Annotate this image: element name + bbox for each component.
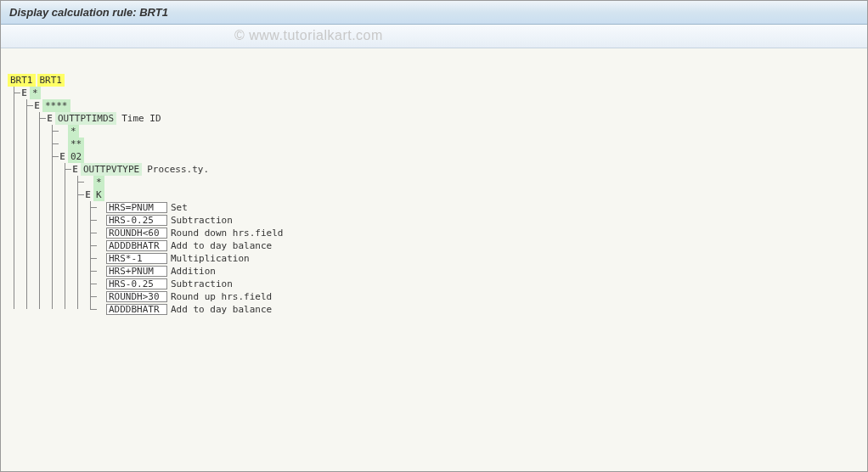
leaf-code: HRS-0.25: [106, 215, 167, 226]
tree-node[interactable]: *: [59, 125, 860, 138]
tree-node[interactable]: E ****: [33, 99, 860, 112]
children-l3: E OUTTPTIMDS Time ID *: [46, 112, 860, 316]
node-code: OUTTPTIMDS: [55, 112, 116, 125]
leaf-desc: Round down hrs.field: [171, 227, 283, 239]
tree-leaf[interactable]: ADDDBHATR Add to day balance: [97, 239, 860, 252]
tree-content-area: BRT1 BRT1 E * E ****: [1, 48, 867, 472]
tree-leaf[interactable]: ADDDBHATR Add to day balance: [97, 303, 860, 316]
expand-marker[interactable]: E: [33, 99, 41, 112]
leaf-code: ROUNDH<60: [106, 228, 167, 239]
children-l5: E OUTTPVTYPE Process.ty. *: [71, 163, 860, 316]
toolbar: © www.tutorialkart.com: [1, 25, 867, 48]
node-desc: Process.ty.: [147, 163, 209, 176]
watermark-text: © www.tutorialkart.com: [234, 28, 383, 43]
leaf-code: HRS=PNUM: [106, 202, 167, 213]
node-code: OUTTPVTYPE: [81, 163, 142, 176]
tree-node[interactable]: **: [59, 138, 860, 150]
children-l4: * ** E 02: [59, 125, 860, 316]
leaf-code: HRS+PNUM: [106, 266, 167, 277]
children-l1: E * E **** E OUTTPTIMDS Time ID: [20, 87, 860, 316]
tree-leaf[interactable]: HRS-0.25 Subtraction: [97, 214, 860, 227]
children-l6: * E K: [84, 176, 860, 316]
leaf-code: ROUNDH>30: [106, 291, 167, 302]
expand-marker[interactable]: E: [46, 112, 54, 125]
leaf-desc: Subtraction: [171, 278, 233, 290]
node-label: *: [93, 176, 104, 188]
tree-leaf[interactable]: HRS+PNUM Addition: [97, 265, 860, 278]
tree-leaf[interactable]: HRS-0.25 Subtraction: [97, 278, 860, 290]
tree-root: BRT1 BRT1 E * E ****: [8, 74, 860, 316]
node-label: **: [68, 138, 84, 150]
node-desc: Time ID: [121, 112, 161, 125]
tree-leaf[interactable]: ROUNDH<60 Round down hrs.field: [97, 227, 860, 239]
tree-node[interactable]: E *: [20, 87, 860, 99]
leaf-desc: Multiplication: [171, 252, 250, 265]
node-label: K: [93, 188, 104, 201]
node-label: *: [30, 87, 41, 99]
leaf-marker: [84, 176, 92, 188]
leaf-marker: [59, 125, 66, 138]
expand-marker[interactable]: E: [84, 188, 92, 201]
leaf-code: HRS-0.25: [106, 278, 167, 289]
leaf-desc: Set: [171, 201, 188, 214]
expand-marker[interactable]: E: [20, 87, 28, 99]
tree-node[interactable]: *: [84, 176, 860, 188]
leaf-code: ADDDBHATR: [106, 304, 167, 315]
page-title: Display calculation rule: BRT1: [9, 6, 168, 19]
node-label: ****: [42, 99, 70, 112]
tree-node[interactable]: E OUTTPVTYPE Process.ty.: [71, 163, 860, 176]
tree-node[interactable]: E K: [84, 188, 860, 201]
node-label: *: [68, 125, 79, 138]
root-code-2: BRT1: [37, 74, 65, 87]
leaf-desc: Add to day balance: [171, 239, 272, 252]
leaf-desc: Subtraction: [171, 214, 233, 227]
leaf-desc: Add to day balance: [171, 303, 272, 316]
root-code-1: BRT1: [8, 74, 36, 87]
expand-marker[interactable]: E: [59, 150, 66, 163]
leaf-desc: Round up hrs.field: [171, 290, 272, 303]
tree-leaf[interactable]: ROUNDH>30 Round up hrs.field: [97, 290, 860, 303]
leaf-desc: Addition: [171, 265, 216, 278]
node-label: 02: [68, 150, 84, 163]
tree-node[interactable]: E 02: [59, 150, 860, 163]
children-l2: E **** E OUTTPTIMDS Time ID: [33, 99, 860, 316]
tree-root-node[interactable]: BRT1 BRT1: [8, 74, 860, 87]
window-titlebar: Display calculation rule: BRT1: [1, 1, 867, 25]
leaf-code: ADDDBHATR: [106, 240, 167, 251]
tree-node[interactable]: E OUTTPTIMDS Time ID: [46, 112, 860, 125]
children-l7: HRS=PNUM Set HRS-0.25 Subtraction: [97, 201, 860, 316]
leaf-code: HRS*-1: [106, 253, 167, 264]
leaf-marker: [97, 201, 104, 214]
tree-leaf[interactable]: HRS=PNUM Set: [97, 201, 860, 214]
tree-leaf[interactable]: HRS*-1 Multiplication: [97, 252, 860, 265]
expand-marker[interactable]: E: [71, 163, 79, 176]
leaf-marker: [59, 138, 66, 150]
